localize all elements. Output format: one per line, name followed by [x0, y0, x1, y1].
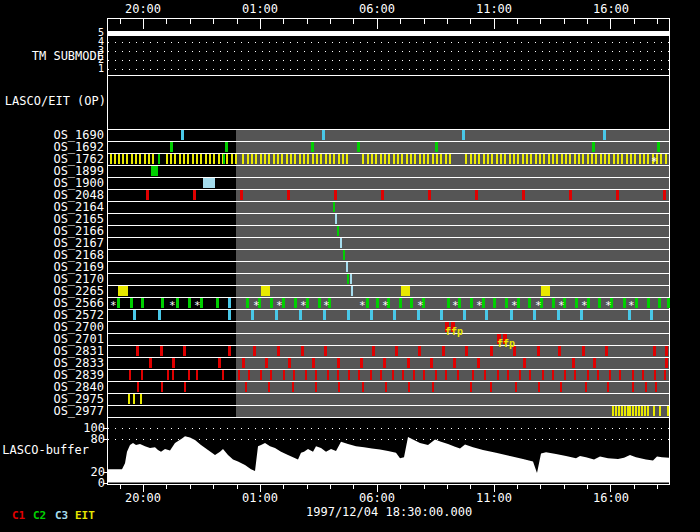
event-tick	[598, 298, 601, 308]
top-axis-hour-tick	[400, 19, 401, 24]
event-tick	[376, 298, 379, 308]
event-tick	[665, 154, 667, 164]
event-tick	[152, 154, 154, 164]
event-tick	[183, 154, 185, 164]
bottom-axis-hour-tick	[540, 485, 541, 489]
right-border	[669, 18, 670, 485]
event-tick	[504, 154, 506, 164]
top-axis-hour-tick	[260, 19, 261, 29]
event-tick	[342, 154, 344, 164]
event-tick	[490, 382, 492, 392]
event-tick	[130, 298, 133, 308]
event-tick	[294, 154, 296, 164]
event-tick	[665, 358, 668, 368]
tm-submode-gridline	[108, 60, 669, 61]
event-tick	[605, 346, 608, 356]
event-tick	[617, 154, 619, 164]
buffer-ytick-label: 80	[60, 433, 105, 446]
event-tick	[346, 154, 348, 164]
event-tick	[643, 154, 645, 164]
event-tick	[665, 346, 668, 356]
event-asterisk: *	[605, 300, 612, 311]
event-tick	[388, 154, 390, 164]
top-axis-hour-tick	[494, 19, 495, 29]
bottom-axis-hour-tick	[120, 485, 121, 489]
buffer-ytick-label: 0	[60, 477, 105, 490]
event-tick	[375, 154, 377, 164]
event-tick	[526, 154, 528, 164]
row-separator	[108, 201, 669, 202]
event-tick	[118, 154, 120, 164]
event-tick	[312, 154, 314, 164]
event-tick	[632, 370, 634, 380]
event-tick	[483, 154, 485, 164]
lasco-timeline-plot: TM SUBMODE LASCO/EIT (OP) LASCO-buffer 1…	[0, 0, 700, 532]
event-tick	[216, 298, 219, 308]
event-tick	[372, 346, 375, 356]
event-tick	[172, 370, 174, 380]
event-tick	[288, 358, 291, 368]
time-label-top: 20:00	[125, 3, 161, 16]
event-tick	[621, 406, 623, 416]
event-tick	[632, 406, 634, 416]
event-tick	[179, 154, 181, 164]
event-tick	[343, 250, 345, 260]
event-tick	[537, 346, 540, 356]
event-tick	[371, 154, 373, 164]
event-tick	[290, 154, 292, 164]
event-tick	[407, 358, 410, 368]
event-tick	[475, 190, 478, 200]
event-tick	[587, 370, 589, 380]
event-tick	[401, 154, 403, 164]
event-tick	[222, 370, 224, 380]
top-axis-hour-tick	[424, 19, 425, 24]
event-tick	[362, 382, 364, 392]
event-tick	[528, 298, 531, 308]
event-tick	[385, 382, 387, 392]
event-tick	[543, 154, 545, 164]
event-tick	[440, 154, 442, 164]
event-tick	[634, 154, 636, 164]
top-axis-hour-tick	[190, 19, 191, 24]
event-tick	[552, 298, 555, 308]
event-tick	[265, 358, 268, 368]
row-separator	[108, 273, 669, 274]
event-tick	[616, 190, 619, 200]
event-tick	[187, 154, 189, 164]
event-tick	[251, 310, 254, 320]
event-tick	[149, 358, 152, 368]
buffer-gridline	[108, 439, 669, 440]
event-tick	[578, 154, 580, 164]
event-tick	[253, 346, 256, 356]
event-tick	[569, 190, 572, 200]
datetime-label: 1997/12/04 18:30:00.000	[306, 506, 472, 519]
event-tick	[139, 154, 141, 164]
event-tick	[275, 310, 278, 320]
event-tick	[329, 154, 331, 164]
top-axis-hour-tick	[657, 19, 658, 24]
event-tick	[470, 154, 472, 164]
event-tick	[393, 154, 395, 164]
event-tick	[264, 154, 266, 164]
event-tick	[248, 370, 250, 380]
event-asterisk: *	[110, 300, 117, 311]
event-tick	[268, 382, 270, 392]
row-separator	[108, 213, 669, 214]
event-tick	[542, 370, 544, 380]
event-tick	[496, 154, 498, 164]
event-tick	[324, 346, 327, 356]
event-tick	[367, 154, 369, 164]
event-tick	[485, 310, 488, 320]
event-tick	[174, 154, 176, 164]
event-tick	[552, 370, 554, 380]
event-tick	[322, 130, 325, 140]
top-axis-hour-tick	[517, 19, 518, 24]
event-tick	[432, 154, 434, 164]
row-separator	[108, 141, 669, 142]
event-tick	[362, 154, 364, 164]
row-separator	[108, 369, 669, 370]
event-tick	[564, 370, 566, 380]
event-tick	[663, 190, 666, 200]
event-tick	[281, 154, 283, 164]
event-tick	[340, 238, 342, 248]
